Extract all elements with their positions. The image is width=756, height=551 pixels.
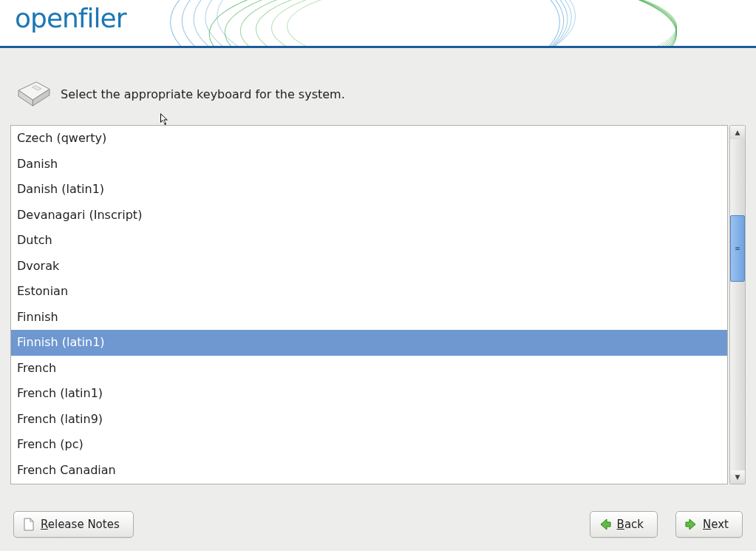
list-item[interactable]: Finnish (latin1)	[11, 330, 727, 356]
arrow-right-icon	[684, 517, 698, 532]
brand-logo: openfiler	[15, 3, 126, 33]
svg-point-1	[225, 0, 676, 48]
list-item[interactable]: French (pc)	[11, 432, 727, 458]
banner-art	[163, 0, 756, 48]
release-notes-label: Release Notes	[41, 518, 120, 531]
scroll-track[interactable]: ≡	[730, 139, 745, 470]
svg-point-2	[240, 0, 676, 48]
header-banner: openfiler	[0, 0, 756, 48]
list-item[interactable]: Dutch	[11, 228, 727, 254]
list-item[interactable]: Dvorak	[11, 254, 727, 280]
svg-point-6	[171, 0, 560, 48]
mouse-cursor	[160, 112, 170, 126]
scroll-thumb[interactable]: ≡	[730, 215, 745, 282]
list-item[interactable]: Czech (qwerty)	[11, 126, 727, 152]
svg-point-4	[272, 0, 677, 48]
document-icon	[21, 517, 36, 532]
back-button[interactable]: Back	[590, 511, 658, 538]
prompt-row: Select the appropriate keyboard for the …	[15, 76, 756, 112]
next-button[interactable]: Next	[675, 511, 743, 538]
svg-point-5	[287, 0, 677, 48]
footer: Release Notes Back Next	[0, 501, 756, 551]
list-item[interactable]: French	[11, 356, 727, 382]
svg-point-0	[209, 0, 676, 48]
list-item[interactable]: Danish (latin1)	[11, 177, 727, 203]
list-item[interactable]: Danish	[11, 152, 727, 178]
keyboard-listbox[interactable]: Czech (qwerty)DanishDanish (latin1)Devan…	[10, 125, 728, 484]
keyboard-icon	[15, 78, 53, 109]
list-item[interactable]: French (latin9)	[11, 407, 727, 433]
svg-point-3	[256, 0, 676, 48]
list-item[interactable]: French Canadian	[11, 458, 727, 484]
list-item[interactable]: Devanagari (Inscript)	[11, 203, 727, 229]
arrow-left-icon	[598, 517, 613, 532]
back-label: Back	[617, 518, 644, 531]
scroll-down-button[interactable]: ▼	[730, 470, 745, 484]
next-label: Next	[703, 518, 729, 531]
list-item[interactable]: Estonian	[11, 279, 727, 305]
list-item[interactable]: Finnish	[11, 305, 727, 331]
scrollbar[interactable]: ▲ ≡ ▼	[729, 125, 746, 484]
scroll-up-button[interactable]: ▲	[730, 126, 745, 139]
svg-point-7	[182, 0, 563, 48]
prompt-text: Select the appropriate keyboard for the …	[61, 87, 345, 101]
release-notes-button[interactable]: Release Notes	[13, 511, 134, 538]
list-item[interactable]: French (latin1)	[11, 381, 727, 407]
svg-point-10	[217, 0, 576, 48]
keyboard-list-wrap: Czech (qwerty)DanishDanish (latin1)Devan…	[10, 125, 746, 484]
svg-point-8	[194, 0, 568, 48]
